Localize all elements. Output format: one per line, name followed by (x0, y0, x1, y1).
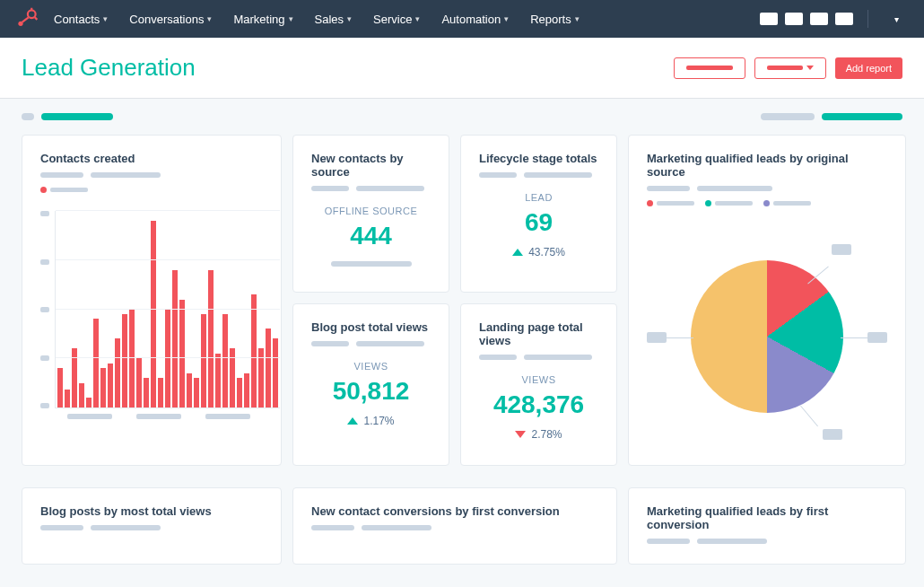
chevron-down-icon: ▾ (415, 14, 420, 23)
chevron-down-icon: ▾ (103, 14, 108, 23)
card-landing-views: Landing page total views VIEWS 428,376 2… (460, 303, 617, 467)
card-title: Blog posts by most total views (40, 504, 263, 518)
legend-dot-icon (763, 200, 770, 206)
stat-label: LEAD (479, 192, 598, 203)
card-mql-first-conversion: Marketing qualified leads by first conve… (628, 487, 906, 565)
stat-label: VIEWS (311, 361, 431, 372)
card-subtitle (479, 172, 598, 178)
card-title: New contact conversions by first convers… (311, 504, 598, 518)
legend-dot-icon (705, 200, 711, 206)
svg-line-4 (35, 17, 38, 20)
card-title: New contacts by source (311, 152, 431, 179)
contacts-bar-chart (40, 211, 263, 419)
stat-label: OFFLINE SOURCE (311, 206, 431, 216)
chevron-down-icon (806, 66, 814, 70)
stat-value: 444 (311, 222, 431, 250)
chevron-down-icon: ▾ (207, 14, 212, 23)
stat-value: 50,812 (311, 377, 431, 406)
card-subtitle (311, 525, 598, 530)
stat-placeholder (331, 261, 412, 267)
nav-conversations[interactable]: Conversations▾ (129, 13, 212, 26)
dashboard-grid-row2: Blog posts by most total views New conta… (0, 487, 924, 586)
card-title: Marketing qualified leads by original so… (647, 152, 887, 179)
header-button-1[interactable] (674, 57, 745, 79)
card-subtitle (40, 172, 263, 178)
chart-legend (40, 187, 263, 193)
card-subtitle (647, 186, 887, 191)
card-title: Lifecycle stage totals (479, 152, 598, 165)
card-new-contacts-source: New contacts by source OFFLINE SOURCE 44… (292, 135, 449, 293)
trend-down-icon (515, 431, 526, 438)
chevron-down-icon: ▾ (347, 14, 352, 23)
card-title: Marketing qualified leads by first conve… (647, 504, 887, 531)
legend-dot-icon (647, 200, 653, 206)
nav-action-1[interactable] (760, 13, 778, 25)
filter-chip[interactable] (22, 113, 34, 120)
stat-change: 1.17% (311, 415, 431, 427)
stat-change: 43.75% (479, 246, 598, 258)
stat-label: VIEWS (479, 374, 598, 385)
card-title: Landing page total views (479, 320, 598, 347)
nav-service[interactable]: Service▾ (373, 13, 420, 26)
card-mql-source: Marketing qualified leads by original so… (628, 135, 906, 466)
nav-automation[interactable]: Automation▾ (441, 13, 509, 26)
separator (867, 10, 868, 28)
nav-sales[interactable]: Sales▾ (315, 13, 353, 26)
account-dropdown[interactable]: ▾ (883, 14, 910, 24)
card-lifecycle-stage: Lifecycle stage totals LEAD 69 43.75% (460, 135, 617, 293)
card-title: Contacts created (40, 152, 263, 165)
page-title: Lead Generation (22, 54, 196, 82)
top-navbar: Contacts▾ Conversations▾ Marketing▾ Sale… (0, 0, 924, 38)
svg-point-1 (28, 10, 36, 18)
nav-contacts[interactable]: Contacts▾ (54, 13, 108, 26)
trend-up-icon (347, 417, 358, 425)
legend-dot-icon (40, 187, 47, 193)
card-subtitle (479, 355, 598, 360)
filter-chip-active[interactable] (41, 113, 113, 120)
nav-action-3[interactable] (810, 13, 828, 25)
nav-marketing[interactable]: Marketing▾ (233, 13, 292, 26)
chevron-down-icon: ▾ (575, 14, 580, 23)
card-subtitle (311, 186, 431, 191)
card-subtitle (311, 341, 431, 346)
nav-reports[interactable]: Reports▾ (530, 13, 580, 26)
header-dropdown[interactable] (754, 57, 826, 79)
card-new-contact-conversions: New contact conversions by first convers… (292, 487, 617, 565)
card-title: Blog post total views (311, 320, 431, 334)
nav-right: ▾ (760, 10, 910, 28)
svg-line-2 (22, 17, 29, 22)
dashboard-grid: Contacts created New contacts by source … (0, 127, 924, 487)
stat-value: 428,376 (479, 390, 598, 419)
stat-change: 2.78% (479, 428, 598, 441)
mql-pie-chart (647, 224, 887, 449)
add-report-button[interactable]: Add report (835, 57, 902, 79)
card-blog-posts-most-views: Blog posts by most total views (22, 487, 282, 565)
card-subtitle (647, 539, 887, 544)
nav-action-2[interactable] (785, 13, 803, 25)
card-contacts-created: Contacts created (22, 135, 282, 466)
filter-option-active[interactable] (822, 113, 902, 120)
page-header: Lead Generation Add report (0, 38, 924, 99)
trend-up-icon (512, 249, 523, 256)
chevron-down-icon: ▾ (289, 14, 293, 23)
filter-option[interactable] (761, 113, 815, 120)
filter-bar (0, 99, 924, 127)
nav-menu: Contacts▾ Conversations▾ Marketing▾ Sale… (54, 13, 580, 26)
card-blog-views: Blog post total views VIEWS 50,812 1.17% (292, 303, 449, 467)
chevron-down-icon: ▾ (504, 14, 509, 23)
chart-legend (647, 200, 887, 206)
card-subtitle (40, 525, 263, 530)
stat-value: 69 (479, 208, 598, 237)
header-actions: Add report (674, 57, 902, 79)
nav-action-4[interactable] (835, 13, 853, 25)
hubspot-logo-icon (14, 6, 39, 31)
